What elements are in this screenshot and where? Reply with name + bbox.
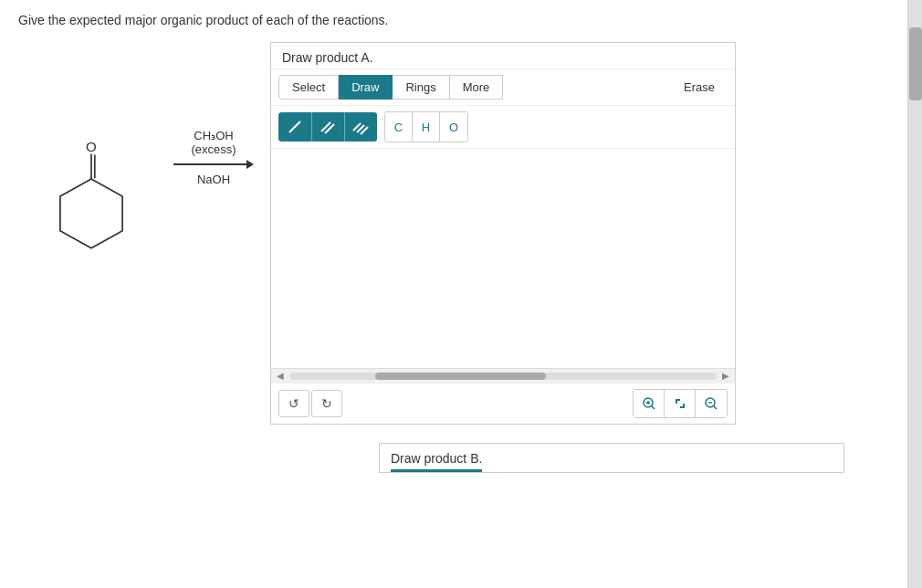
draw-panel-b-title: Draw product B. — [380, 444, 843, 469]
oxygen-button[interactable]: O — [440, 112, 467, 142]
draw-button[interactable]: Draw — [339, 75, 393, 100]
zoom-reset-button[interactable] — [665, 390, 696, 417]
zoom-out-button[interactable] — [696, 390, 727, 417]
scroll-thumb[interactable] — [375, 373, 546, 380]
redo-button[interactable]: ↻ — [311, 390, 342, 417]
svg-text:O: O — [86, 139, 97, 154]
svg-line-16 — [714, 406, 718, 410]
scroll-left-arrow[interactable]: ◀ — [275, 371, 286, 381]
zoom-in-button[interactable] — [634, 390, 665, 417]
triple-bond-button[interactable] — [344, 112, 377, 142]
svg-marker-0 — [60, 179, 122, 248]
scrollbar-thumb[interactable] — [909, 27, 922, 100]
product-b-underline — [391, 469, 482, 472]
carbon-button[interactable]: C — [385, 112, 413, 142]
atom-group: C H O — [384, 111, 468, 142]
draw-tools-row: C H O — [271, 106, 735, 149]
draw-product-b-box: Draw product B. — [379, 443, 844, 473]
double-bond-button[interactable] — [311, 112, 344, 142]
more-button[interactable]: More — [450, 75, 504, 100]
select-button[interactable]: Select — [278, 75, 339, 100]
draw-product-a-box: Draw product A. Select Draw Rings More E… — [270, 42, 736, 425]
horizontal-scrollbar-a[interactable]: ◀ ▶ — [271, 368, 735, 383]
reagent-line3: NaOH — [197, 173, 230, 186]
svg-line-12 — [651, 406, 655, 410]
draw-canvas-a[interactable] — [271, 149, 735, 368]
scroll-track — [289, 373, 717, 380]
undo-redo-group: ↺ ↻ — [278, 390, 342, 417]
draw-toolbar-a: Select Draw Rings More Erase — [271, 69, 735, 106]
single-bond-button[interactable] — [278, 112, 311, 142]
reagent-line2: (excess) — [191, 142, 236, 156]
erase-button[interactable]: Erase — [671, 76, 728, 99]
instructions-text: Give the expected major organic product … — [18, 13, 889, 27]
molecule-svg: O — [18, 97, 164, 261]
reaction-area: O CH₃OH (excess) NaOH Draw product A. Se… — [18, 42, 889, 425]
hydrogen-button[interactable]: H — [413, 112, 440, 142]
vertical-scrollbar[interactable] — [907, 0, 922, 588]
bond-group — [278, 112, 377, 142]
reagent-line1: CH₃OH — [194, 129, 233, 142]
undo-button[interactable]: ↺ — [278, 390, 309, 417]
draw-panel-a-title: Draw product A. — [271, 43, 735, 69]
draw-footer-a: ↺ ↻ — [271, 383, 735, 424]
zoom-group — [633, 389, 728, 418]
svg-line-5 — [289, 121, 300, 132]
rings-button[interactable]: Rings — [393, 75, 449, 100]
scroll-right-arrow[interactable]: ▶ — [720, 371, 731, 381]
